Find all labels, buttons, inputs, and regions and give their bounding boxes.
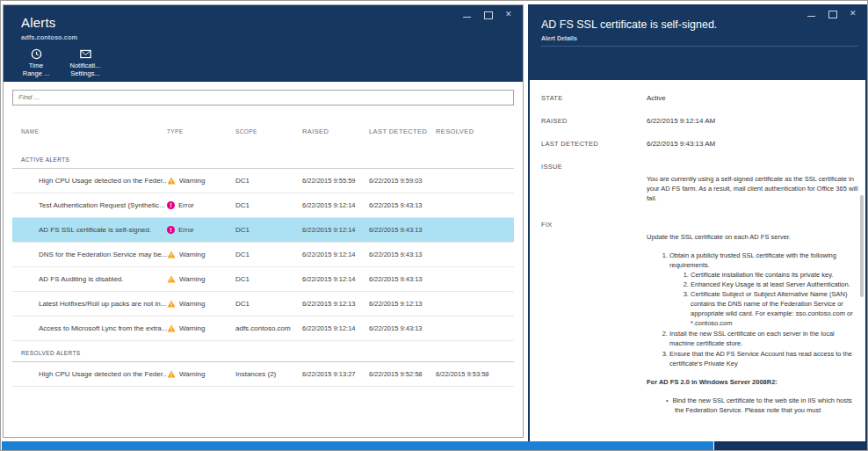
toolbar: Time Range ... Notificati... Settings... <box>18 48 104 77</box>
alert-scope: DC1 <box>235 275 302 283</box>
warning-icon <box>167 251 176 258</box>
fix-content: Update the SSL certificate on each AD FS… <box>647 221 858 415</box>
state-value: Active <box>647 94 666 102</box>
alert-type-label: Warning <box>179 251 206 258</box>
fix-section-heading: For AD FS 2.0 in Windows Server 2008R2: <box>647 377 858 387</box>
section-label-active-alerts: ACTIVE ALERTS <box>12 156 514 169</box>
alert-name: DNS for the Federation Service may be... <box>12 251 167 258</box>
table-row[interactable]: Test Authentication Request (Synthetic..… <box>12 193 514 218</box>
taskbar-navy-segment <box>714 441 866 451</box>
alert-last-detected: 6/22/2015 9:59:03 <box>369 177 436 185</box>
alert-last-detected: 6/22/2015 9:43:13 <box>369 226 436 234</box>
search-input[interactable] <box>12 90 514 105</box>
header-divider <box>541 46 858 47</box>
fix-step: Obtain a publicly trusted SSL certificat… <box>669 251 858 328</box>
fix-substeps-list: Certificate installation file contains i… <box>669 270 858 328</box>
alert-scope: DC1 <box>235 251 302 258</box>
alert-type-label: Warning <box>179 324 206 332</box>
minimize-icon[interactable] <box>807 9 816 18</box>
alert-raised: 6/22/2015 9:12:14 <box>302 201 369 209</box>
time-range-button[interactable]: Time Range ... <box>18 48 54 77</box>
page-title: Alerts <box>21 15 56 30</box>
maximize-icon[interactable] <box>828 9 837 18</box>
notification-settings-label-line1: Notificati... <box>69 62 100 69</box>
notification-settings-button[interactable]: Notificati... Settings... <box>67 48 104 77</box>
alerts-list-panel: NAME TYPE SCOPE RAISED LAST DETECTED RES… <box>4 82 523 437</box>
server-name: adfs.contoso.com <box>21 33 77 41</box>
fix-step: Ensure that the AD FS Service Account ha… <box>669 349 858 368</box>
alert-last-detected: 6/22/2015 9:52:58 <box>369 370 436 378</box>
fix-step-text: Ensure that the AD FS Service Account ha… <box>669 350 852 367</box>
alert-details-subtitle: Alert Details <box>541 35 577 41</box>
last-detected-label: LAST DETECTED <box>541 140 647 148</box>
alert-type: Warning <box>167 300 235 308</box>
warning-icon <box>167 275 176 283</box>
table-row[interactable]: Latest Hotfixes/Roll up packs are not in… <box>12 292 514 316</box>
column-header-raised: RAISED <box>302 127 369 135</box>
table-row[interactable]: AD FS Auditing is disabled. Warning DC1 … <box>12 267 514 292</box>
alert-type: Warning <box>167 370 235 378</box>
detail-row-last-detected: LAST DETECTED 6/22/2015 9:43:13 AM <box>541 140 858 148</box>
alert-type-label: Warning <box>179 177 206 185</box>
fix-substep: Certificate installation file contains i… <box>691 270 858 280</box>
issue-label: ISSUE <box>541 163 647 203</box>
fix-bullet-list: Bind the new SSL certificate to the web … <box>647 396 858 415</box>
maximize-icon[interactable] <box>483 10 493 19</box>
alert-name: Test Authentication Request (Synthetic..… <box>12 201 167 209</box>
alert-name: Access to Microsoft Lync from the extra.… <box>12 324 167 332</box>
alert-type-label: Warning <box>179 275 206 283</box>
alert-last-detected: 6/22/2015 9:43:13 <box>369 251 436 258</box>
column-header-last-detected: LAST DETECTED <box>369 127 436 135</box>
table-row[interactable]: DNS for the Federation Service may be...… <box>12 243 514 267</box>
fix-label: FIX <box>541 221 647 415</box>
state-label: STATE <box>541 94 647 102</box>
alert-type-label: Error <box>178 226 194 234</box>
alert-scope: DC1 <box>235 177 302 185</box>
alert-name: AD FS Auditing is disabled. <box>12 275 167 283</box>
fix-step: Install the new SSL certificate on each … <box>669 329 858 348</box>
taskbar-blue-segment[interactable] <box>2 441 713 451</box>
column-header-scope: SCOPE <box>235 128 302 135</box>
issue-text: You are currently using a self-signed ce… <box>647 163 858 203</box>
alert-raised: 6/22/2015 9:55:59 <box>302 177 369 185</box>
window-controls <box>462 10 514 19</box>
warning-icon <box>167 300 176 308</box>
detail-row-state: STATE Active <box>541 94 858 102</box>
table-row[interactable]: High CPU Usage detected on the Feder... … <box>12 362 514 387</box>
alert-details-title: AD FS SSL certificate is self-signed. <box>541 18 717 31</box>
clock-icon <box>31 48 42 60</box>
alert-raised: 6/22/2015 9:12:14 <box>302 251 369 258</box>
alert-raised: 6/22/2015 9:12:13 <box>302 300 369 308</box>
alert-resolved: 6/22/2015 9:53:58 <box>436 370 514 378</box>
table-row-selected[interactable]: AD FS SSL certificate is self-signed. !E… <box>12 218 514 243</box>
column-header-name: NAME <box>12 128 167 135</box>
table-row[interactable]: High CPU Usage detected on the Feder... … <box>12 169 514 193</box>
alert-type: !Error <box>167 226 235 234</box>
time-range-label-line2: Range ... <box>23 69 49 77</box>
table-row[interactable]: Access to Microsoft Lync from the extra.… <box>12 316 514 341</box>
alert-type: Warning <box>167 324 235 332</box>
vertical-scrollbar-thumb[interactable] <box>860 195 864 297</box>
column-header-resolved: RESOLVED <box>436 127 514 135</box>
alert-name: High CPU Usage detected on the Feder... <box>12 177 167 185</box>
alert-scope: DC1 <box>235 300 302 308</box>
close-icon[interactable] <box>504 10 514 19</box>
alert-last-detected: 6/22/2015 9:43:13 <box>369 324 436 332</box>
fix-step-text: Install the new SSL certificate on each … <box>669 330 835 347</box>
alert-raised: 6/22/2015 9:13:27 <box>302 370 369 378</box>
column-header-type: TYPE <box>167 128 235 135</box>
minimize-icon[interactable] <box>462 10 472 19</box>
close-icon[interactable] <box>849 9 858 18</box>
alert-name: High CPU Usage detected on the Feder... <box>12 370 167 378</box>
alert-details-panel: STATE Active RAISED 6/22/2015 9:12:14 AM… <box>530 80 865 451</box>
fix-substep: Enhanced Key Usage is at least Server Au… <box>691 280 858 289</box>
alert-raised: 6/22/2015 9:12:14 <box>302 324 369 332</box>
alert-type: !Error <box>167 201 235 209</box>
alert-name: Latest Hotfixes/Roll up packs are not in… <box>12 300 167 308</box>
detail-row-raised: RAISED 6/22/2015 9:12:14 AM <box>541 117 858 125</box>
error-icon: ! <box>167 226 175 234</box>
alert-last-detected: 6/22/2015 9:12:13 <box>369 300 436 308</box>
alert-name: AD FS SSL certificate is self-signed. <box>12 226 167 234</box>
alerts-window-titlebar: Alerts adfs.contoso.com Time Range ... N… <box>4 5 523 82</box>
alert-type-label: Warning <box>179 370 206 378</box>
